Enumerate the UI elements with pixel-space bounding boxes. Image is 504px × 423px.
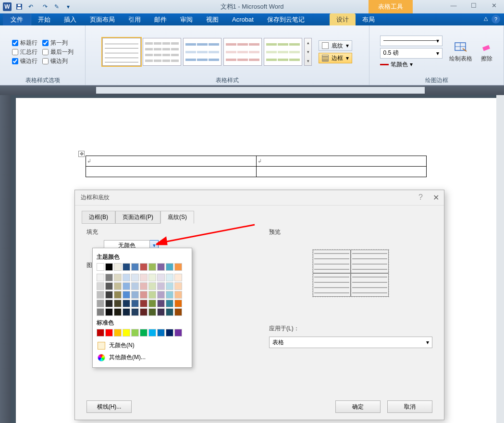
dialog-close-button[interactable]: ✕	[433, 193, 439, 202]
color-swatch[interactable]	[123, 291, 130, 299]
color-swatch[interactable]	[157, 263, 165, 271]
color-swatch[interactable]	[105, 274, 113, 281]
color-swatch[interactable]	[166, 300, 173, 307]
draw-table-button[interactable]: 绘制表格	[449, 41, 472, 63]
color-swatch[interactable]	[105, 300, 113, 307]
color-swatch[interactable]	[97, 282, 104, 290]
opt-banded-cols[interactable]: 镶边列	[42, 57, 68, 65]
color-swatch[interactable]	[166, 291, 173, 299]
table-style-gallery[interactable]: ▴▾▾	[102, 38, 312, 66]
color-swatch[interactable]	[131, 291, 139, 299]
collapse-ribbon-icon[interactable]: △	[484, 15, 488, 22]
table-style-thumb[interactable]	[143, 38, 181, 66]
color-swatch[interactable]	[114, 308, 122, 316]
color-swatch[interactable]	[123, 308, 130, 316]
color-swatch[interactable]	[157, 291, 165, 299]
color-swatch[interactable]	[148, 263, 156, 271]
opt-total-row[interactable]: 汇总行	[12, 48, 37, 56]
tab-mailings[interactable]: 邮件	[148, 13, 173, 25]
color-swatch[interactable]	[174, 282, 182, 290]
eraser-button[interactable]: 擦除	[480, 41, 493, 63]
color-swatch[interactable]	[140, 291, 148, 299]
dlg-tab-page-border[interactable]: 页面边框(P)	[115, 211, 160, 224]
gallery-more-button[interactable]: ▴▾▾	[304, 38, 312, 66]
color-swatch[interactable]	[140, 274, 148, 281]
color-swatch[interactable]	[97, 300, 104, 307]
dialog-help-button[interactable]: ?	[418, 193, 423, 202]
dlg-tab-borders[interactable]: 边框(B)	[82, 211, 115, 224]
color-swatch[interactable]	[148, 274, 156, 281]
color-swatch[interactable]	[166, 282, 173, 290]
color-swatch[interactable]	[131, 308, 139, 316]
color-swatch[interactable]	[174, 308, 182, 316]
tab-layout[interactable]: 布局	[356, 13, 381, 25]
color-swatch[interactable]	[166, 308, 173, 316]
horizontal-line-button[interactable]: 横线(H)...	[86, 400, 132, 413]
color-swatch[interactable]	[131, 329, 139, 337]
maximize-button[interactable]: ☐	[464, 0, 484, 11]
horizontal-ruler[interactable]	[0, 85, 504, 95]
tab-file[interactable]: 文件	[3, 13, 31, 25]
color-swatch[interactable]	[166, 263, 173, 271]
qat-save-icon[interactable]	[14, 1, 25, 12]
vertical-scrollbar[interactable]	[496, 95, 504, 423]
document-table[interactable]: ↲↲	[86, 156, 427, 177]
color-swatch[interactable]	[105, 282, 113, 290]
tab-review[interactable]: 审阅	[173, 13, 199, 25]
color-swatch[interactable]	[105, 308, 113, 316]
color-swatch[interactable]	[174, 274, 182, 281]
qat-undo-icon[interactable]: ↶	[25, 1, 36, 12]
color-swatch[interactable]	[140, 329, 148, 337]
color-swatch[interactable]	[140, 282, 148, 290]
qat-brush-icon[interactable]: ✎	[51, 1, 62, 12]
color-swatch[interactable]	[97, 308, 104, 316]
color-swatch[interactable]	[123, 282, 130, 290]
color-swatch[interactable]	[123, 329, 130, 337]
color-swatch[interactable]	[148, 329, 156, 337]
color-swatch[interactable]	[140, 263, 148, 271]
color-swatch[interactable]	[114, 291, 122, 299]
color-swatch[interactable]	[174, 291, 182, 299]
dialog-title-bar[interactable]: 边框和底纹 ? ✕	[75, 190, 444, 205]
more-colors-option[interactable]: 其他颜色(M)...	[97, 351, 188, 363]
dlg-tab-shading[interactable]: 底纹(S)	[160, 211, 194, 224]
table-style-thumb[interactable]	[183, 38, 221, 66]
color-swatch[interactable]	[174, 300, 182, 307]
color-swatch[interactable]	[157, 329, 165, 337]
line-style-select[interactable]: ▾	[380, 36, 443, 46]
color-swatch[interactable]	[148, 282, 156, 290]
table-style-thumb[interactable]	[264, 38, 302, 66]
color-swatch[interactable]	[174, 263, 182, 271]
help-icon[interactable]: ?	[492, 15, 500, 24]
color-swatch[interactable]	[131, 263, 139, 271]
cancel-button[interactable]: 取消	[387, 400, 432, 413]
borders-dropdown[interactable]: 边框▾	[319, 53, 352, 63]
opt-header-row[interactable]: 标题行	[12, 39, 37, 47]
color-swatch[interactable]	[114, 282, 122, 290]
pen-color-dropdown[interactable]: 笔颜色▾	[380, 60, 443, 69]
color-swatch[interactable]	[157, 308, 165, 316]
table-move-handle[interactable]: ✥	[78, 151, 85, 157]
color-swatch[interactable]	[114, 263, 122, 271]
tab-acrobat[interactable]: Acrobat	[225, 13, 260, 25]
color-swatch[interactable]	[123, 300, 130, 307]
color-swatch[interactable]	[148, 308, 156, 316]
color-swatch[interactable]	[148, 291, 156, 299]
color-swatch[interactable]	[114, 300, 122, 307]
tab-cloud[interactable]: 保存到云笔记	[260, 13, 311, 25]
qat-redo-icon[interactable]: ↷	[40, 1, 50, 12]
color-swatch[interactable]	[114, 274, 122, 281]
table-style-thumb[interactable]	[223, 38, 262, 66]
qat-customize-icon[interactable]: ▾	[63, 1, 74, 12]
no-color-option[interactable]: 无颜色(N)	[97, 339, 188, 351]
tab-home[interactable]: 开始	[31, 13, 57, 25]
color-swatch[interactable]	[105, 329, 113, 337]
color-swatch[interactable]	[140, 300, 148, 307]
color-swatch[interactable]	[114, 329, 122, 337]
color-swatch[interactable]	[131, 274, 139, 281]
color-swatch[interactable]	[131, 282, 139, 290]
color-swatch[interactable]	[131, 300, 139, 307]
apply-to-select[interactable]: 表格▾	[269, 337, 432, 348]
tab-insert[interactable]: 插入	[57, 13, 83, 25]
table-style-thumb[interactable]	[102, 38, 141, 66]
